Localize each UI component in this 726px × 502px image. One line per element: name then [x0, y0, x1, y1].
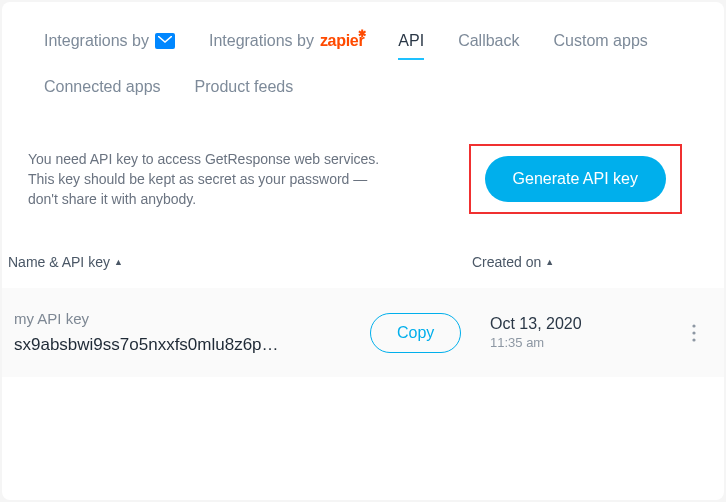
more-menu-button[interactable] [684, 324, 704, 342]
tab-integrations-mail[interactable]: Integrations by [44, 32, 175, 60]
tab-label: API [398, 32, 424, 50]
copy-button[interactable]: Copy [370, 313, 461, 353]
api-info-text: You need API key to access GetResponse w… [28, 149, 388, 210]
tab-label: Product feeds [195, 78, 294, 96]
svg-point-1 [692, 331, 695, 334]
highlight-box: Generate API key [469, 144, 682, 214]
svg-point-2 [692, 338, 695, 341]
api-key-value: sx9absbwi9ss7o5nxxfs0mlu8z6p… [14, 335, 370, 355]
tab-product-feeds[interactable]: Product feeds [195, 78, 294, 106]
header-label: Name & API key [8, 254, 110, 270]
mail-icon [155, 33, 175, 49]
tab-custom-apps[interactable]: Custom apps [554, 32, 648, 60]
header-label: Created on [472, 254, 541, 270]
tab-callback[interactable]: Callback [458, 32, 519, 60]
tab-label: Integrations by [44, 32, 149, 50]
table-headers: Name & API key ▲ Created on ▲ [2, 214, 724, 280]
tab-label: Custom apps [554, 32, 648, 50]
zapier-star-icon: ✱ [358, 28, 366, 39]
created-date: Oct 13, 2020 [490, 315, 684, 333]
sort-arrow-icon: ▲ [545, 257, 554, 267]
header-created[interactable]: Created on ▲ [472, 254, 554, 270]
tab-connected-apps[interactable]: Connected apps [44, 78, 161, 106]
tab-integrations-zapier[interactable]: Integrations by zapier✱ [209, 32, 364, 60]
api-key-row: my API key sx9absbwi9ss7o5nxxfs0mlu8z6p…… [2, 288, 724, 377]
col-copy: Copy [370, 313, 490, 353]
api-key-name: my API key [14, 310, 370, 327]
tab-label: Integrations by [209, 32, 314, 50]
header-name-key[interactable]: Name & API key ▲ [8, 254, 472, 270]
info-row: You need API key to access GetResponse w… [2, 106, 724, 214]
tabs-nav: Integrations by Integrations by zapier✱ … [2, 2, 724, 106]
sort-arrow-icon: ▲ [114, 257, 123, 267]
col-name-key: my API key sx9absbwi9ss7o5nxxfs0mlu8z6p… [14, 310, 370, 355]
tab-api[interactable]: API [398, 32, 424, 60]
svg-point-0 [692, 324, 695, 327]
generate-api-key-button[interactable]: Generate API key [485, 156, 666, 202]
col-created: Oct 13, 2020 11:35 am [490, 315, 684, 350]
created-time: 11:35 am [490, 335, 684, 350]
tab-label: Connected apps [44, 78, 161, 96]
zapier-logo: zapier✱ [320, 32, 364, 50]
more-vertical-icon [692, 324, 696, 342]
api-settings-card: Integrations by Integrations by zapier✱ … [2, 2, 724, 500]
tab-label: Callback [458, 32, 519, 50]
